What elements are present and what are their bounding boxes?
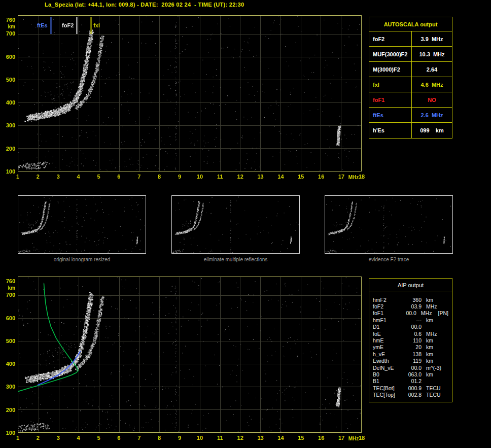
aip-row: foF1 00.0 MHz [PN] xyxy=(369,310,452,317)
aip-parameter-unit: km xyxy=(422,351,442,357)
aip-row: Ewidth 119 km xyxy=(369,358,452,364)
aip-parameter-value: 000.9 xyxy=(404,385,422,391)
autoscala-parameter-name: MUF(3000)F2 xyxy=(369,47,412,61)
thumbnail-original-canvas xyxy=(18,196,146,253)
aip-parameter-value: 138 xyxy=(404,351,422,357)
aip-parameter-name: foE xyxy=(373,331,404,337)
aip-parameter-value: 002.8 xyxy=(404,392,422,398)
aip-parameter-unit: TECU xyxy=(422,392,442,398)
aip-parameter-value: 119 xyxy=(404,358,422,364)
x-tick-label: 14 xyxy=(277,435,284,441)
y-tick-label: 300 xyxy=(6,122,15,128)
x-tick-label: 11 xyxy=(217,174,223,180)
autoscala-parameter-name: foF1 xyxy=(369,92,412,107)
aip-parameter-unit: MHz xyxy=(416,310,435,316)
aip-row: B0 063.0 km xyxy=(369,371,452,377)
x-tick-label: 5 xyxy=(97,435,100,441)
station-date-title: La_Spezia (lat: +44.1, lon: 009.8) - DAT… xyxy=(45,2,244,8)
aip-parameter-value: 20 xyxy=(404,344,422,350)
autoscala-parameter-value: 4.6 MHz xyxy=(412,77,452,92)
profile-ionogram-canvas xyxy=(18,277,361,432)
y-tick-label: 760 xyxy=(6,278,15,284)
aip-parameter-name: TEC[Bot] xyxy=(373,385,404,391)
aip-row: foE 0.6 MHz xyxy=(369,330,452,337)
x-tick-label: 18 xyxy=(359,174,365,180)
autoscala-parameter-value: 2.64 xyxy=(412,62,452,77)
main-plot-y-axis: 760700600500400300200100km xyxy=(0,15,17,171)
aip-parameter-unit: m^(-3) xyxy=(422,365,442,371)
autoscala-row: foF2 3.9 MHz xyxy=(369,31,452,47)
thumbnail-caption-original: original ionogram resized xyxy=(18,257,146,262)
aip-parameter-name: B1 xyxy=(373,378,404,384)
autoscala-window: La_Spezia (lat: +44.1, lon: 009.8) - DAT… xyxy=(0,0,491,448)
autoscala-parameter-name: M(3000)F2 xyxy=(369,62,412,77)
aip-parameter-name: hmF1 xyxy=(373,317,404,323)
aip-row: B1 01.2 xyxy=(369,378,452,385)
aip-row: D1 00.0 xyxy=(369,324,452,330)
x-tick-label: 12 xyxy=(237,174,243,180)
aip-parameter-name: Ewidth xyxy=(373,358,404,364)
thumbnail-caption-reflections: eliminate multiple reflections xyxy=(171,257,300,262)
aip-parameter-unit: TECU xyxy=(422,385,442,391)
aip-parameter-name: hmF2 xyxy=(373,297,404,303)
aip-row: TEC[Top] 002.8 TECU xyxy=(369,391,452,398)
autoscala-parameter-value: 099 km xyxy=(412,123,452,138)
y-tick-label: 600 xyxy=(6,54,15,60)
x-tick-label: 9 xyxy=(178,435,181,441)
autoscala-parameter-value: 10.3 MHz xyxy=(412,47,452,61)
autoscala-parameter-name: ftEs xyxy=(369,108,412,122)
aip-parameter-flag: [PN] xyxy=(435,310,448,316)
thumbnail-reflections-canvas xyxy=(172,196,299,253)
y-tick-label: 700 xyxy=(6,292,15,298)
y-tick-label: 400 xyxy=(6,99,15,106)
aip-parameter-unit: km xyxy=(422,344,442,350)
autoscala-parameter-value: NO xyxy=(412,92,452,107)
aip-parameter-unit: MHz xyxy=(422,303,442,309)
aip-parameter-name: foF1 xyxy=(373,310,401,316)
autoscala-panel-title: AUTOSCALA output xyxy=(369,17,452,31)
autoscala-parameter-name: h'Es xyxy=(369,123,412,138)
x-tick-label: 4 xyxy=(77,174,80,180)
autoscala-row: ftEs 2.6 MHz xyxy=(369,108,452,123)
x-tick-label: 4 xyxy=(77,435,80,441)
aip-output-panel: AIP output hmF2 360 km foF2 03.9 MHz xyxy=(369,278,452,402)
thumbnail-caption-f2-trace: evidence F2 trace xyxy=(325,257,453,262)
x-tick-label: 6 xyxy=(117,174,120,180)
main-ionogram-plot: ftEsfoF2fxI xyxy=(18,15,362,171)
marker-label-ftes: ftEs xyxy=(37,22,48,28)
y-tick-label: 500 xyxy=(6,338,15,344)
aip-row: hmF2 360 km xyxy=(369,296,452,303)
x-tick-label: 16 xyxy=(318,435,324,441)
x-tick-label: 5 xyxy=(97,174,100,180)
bottom-plot-x-axis: 123456789101112131415161718MHz xyxy=(18,435,362,442)
x-tick-label: 2 xyxy=(37,174,40,180)
y-tick-label: 200 xyxy=(6,407,15,413)
aip-panel-title: AIP output xyxy=(369,279,452,292)
x-tick-label: 2 xyxy=(37,435,40,441)
autoscala-row: fxI 4.6 MHz xyxy=(369,77,452,92)
y-tick-label: 300 xyxy=(6,384,15,390)
aip-parameter-unit: km xyxy=(422,297,442,303)
marker-label-fxi: fxI xyxy=(93,22,100,28)
aip-parameter-name: DelN_vE xyxy=(373,365,404,371)
autoscala-row: M(3000)F2 2.64 xyxy=(369,62,452,77)
thumbnail-original-ionogram xyxy=(18,195,146,254)
aip-rows: hmF2 360 km foF2 03.9 MHz foF1 00.0 MHz xyxy=(369,296,452,398)
x-tick-label: 10 xyxy=(197,174,203,180)
x-tick-label: 7 xyxy=(137,435,141,441)
autoscala-parameter-name: foF2 xyxy=(369,31,412,46)
autoscala-row: h'Es 099 km xyxy=(369,123,452,138)
aip-title-divider xyxy=(369,292,452,292)
aip-parameter-name: TEC[Top] xyxy=(373,392,404,398)
autoscala-rows: foF2 3.9 MHz MUF(3000)F2 10.3 MHz M(3000… xyxy=(369,31,452,138)
autoscala-parameter-value: 3.9 MHz xyxy=(412,31,452,46)
x-tick-label: 13 xyxy=(257,435,263,441)
x-tick-label: 15 xyxy=(298,435,304,441)
x-tick-label: 9 xyxy=(178,174,181,180)
aip-parameter-name: D1 xyxy=(373,324,404,330)
y-tick-label: 200 xyxy=(6,146,15,152)
x-tick-label: 11 xyxy=(217,435,223,441)
aip-parameter-value: --- xyxy=(404,317,422,323)
aip-parameter-value: 03.9 xyxy=(404,303,422,309)
aip-row: TEC[Bot] 000.9 TECU xyxy=(369,385,452,391)
